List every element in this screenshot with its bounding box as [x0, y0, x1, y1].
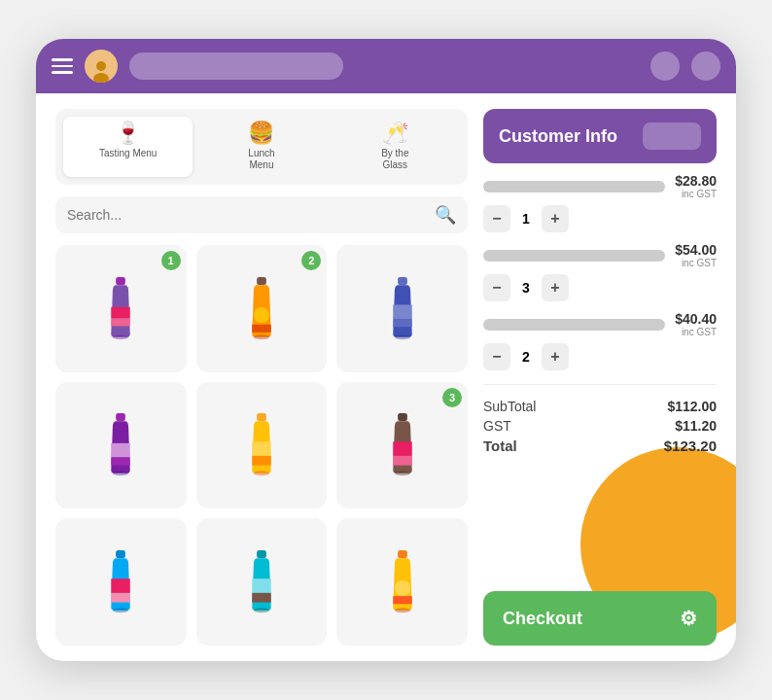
bottle-9 [383, 550, 422, 613]
svg-rect-30 [257, 550, 266, 558]
bottle-1 [101, 277, 140, 340]
product-item-1[interactable]: 1 [55, 245, 187, 372]
svg-rect-22 [398, 413, 407, 421]
item-name-bar-2 [483, 250, 665, 262]
avatar[interactable] [85, 50, 118, 83]
tab-by-the-glass[interactable]: 🥂 By theGlass [331, 117, 460, 177]
search-container: 🔍 [55, 196, 468, 233]
total-value: $123.20 [664, 438, 717, 454]
svg-rect-15 [112, 443, 131, 458]
order-item-2: $54.00 inc GST − 3 + [483, 242, 717, 301]
qty-increase-2[interactable]: + [542, 274, 569, 301]
product-badge-2: 2 [301, 251, 321, 270]
gst-label: GST [483, 418, 511, 434]
tab-lunch-menu[interactable]: 🍔 LunchMenu [196, 117, 326, 177]
svg-point-21 [254, 472, 269, 476]
totals-section: SubTotal $112.00 GST $11.20 Total $123.2… [483, 399, 717, 454]
item-name-bar-3 [483, 319, 665, 331]
order-item-3: $40.40 inc GST − 2 + [483, 311, 717, 370]
bottle-7 [101, 550, 140, 613]
product-item-7[interactable] [55, 518, 187, 646]
app-header [36, 39, 736, 93]
menu-tabs: 🍷 Tasting Menu 🍔 LunchMenu 🥂 By theGlass [55, 109, 468, 185]
qty-decrease-3[interactable]: − [483, 343, 510, 370]
subtotal-label: SubTotal [483, 399, 536, 414]
svg-rect-12 [393, 319, 412, 327]
product-item-3[interactable] [336, 245, 468, 372]
qty-value-3: 2 [518, 349, 534, 365]
svg-rect-19 [252, 442, 271, 457]
product-item-2[interactable]: 2 [196, 245, 328, 372]
item-price-sub-2: inc GST [675, 258, 717, 268]
left-panel: 🍷 Tasting Menu 🍔 LunchMenu 🥂 By theGlass… [55, 109, 468, 646]
tab-tasting-menu[interactable]: 🍷 Tasting Menu [63, 117, 193, 177]
bottle-3 [383, 277, 422, 340]
svg-rect-6 [257, 277, 266, 285]
item-price-3: $40.40 [675, 311, 717, 327]
by-the-glass-label: By theGlass [381, 148, 408, 171]
qty-increase-1[interactable]: + [542, 205, 569, 232]
item-name-bar-1 [483, 181, 665, 192]
gst-value: $11.20 [675, 418, 717, 434]
svg-rect-32 [252, 593, 271, 603]
product-item-6[interactable]: 3 [336, 382, 468, 509]
svg-point-33 [254, 608, 269, 612]
svg-point-1 [93, 73, 109, 83]
svg-rect-28 [112, 593, 131, 603]
gear-icon: ⚙ [680, 607, 697, 630]
svg-rect-26 [116, 550, 125, 558]
svg-rect-2 [116, 277, 125, 285]
product-item-9[interactable] [336, 518, 468, 646]
lunch-menu-icon: 🍔 [248, 122, 274, 144]
subtotal-row: SubTotal $112.00 [483, 399, 717, 414]
by-the-glass-icon: 🥂 [382, 122, 408, 144]
svg-rect-3 [112, 307, 131, 318]
svg-point-9 [254, 334, 269, 339]
product-item-5[interactable] [196, 382, 328, 509]
product-grid: 1 2 [55, 245, 468, 646]
search-icon: 🔍 [435, 204, 456, 226]
subtotal-value: $112.00 [667, 399, 717, 414]
svg-rect-36 [393, 596, 412, 604]
svg-rect-27 [112, 578, 131, 593]
qty-increase-3[interactable]: + [542, 343, 569, 370]
qty-decrease-2[interactable]: − [483, 274, 510, 301]
svg-rect-14 [116, 413, 125, 421]
svg-point-25 [395, 472, 410, 476]
customer-info-bar: Customer Info [483, 109, 717, 163]
checkout-button[interactable]: Checkout ⚙ [483, 591, 717, 646]
customer-info-label: Customer Info [499, 126, 617, 147]
bottle-6 [383, 413, 422, 476]
svg-point-0 [96, 61, 106, 71]
menu-icon[interactable] [52, 58, 73, 74]
svg-rect-16 [112, 458, 131, 466]
svg-rect-18 [257, 413, 266, 421]
svg-rect-11 [393, 304, 412, 319]
svg-rect-20 [252, 456, 271, 466]
product-item-8[interactable] [196, 518, 328, 646]
qty-decrease-1[interactable]: − [483, 205, 510, 232]
qty-value-1: 1 [518, 211, 534, 227]
tasting-menu-icon: 🍷 [115, 122, 141, 144]
svg-rect-8 [252, 325, 271, 332]
search-input[interactable] [67, 207, 427, 223]
divider [483, 384, 717, 385]
header-circle-btn-2[interactable] [691, 52, 720, 81]
header-circle-btn-1[interactable] [650, 52, 680, 81]
header-search-bar [129, 52, 343, 80]
bottle-2 [242, 277, 281, 340]
svg-point-13 [395, 334, 410, 339]
svg-point-5 [113, 334, 128, 339]
app-frame: 🍷 Tasting Menu 🍔 LunchMenu 🥂 By theGlass… [36, 39, 736, 661]
product-item-4[interactable] [55, 382, 187, 509]
qty-value-2: 3 [518, 280, 534, 296]
customer-info-button[interactable] [643, 122, 701, 150]
product-badge-1: 1 [161, 251, 181, 270]
svg-point-7 [254, 307, 269, 323]
item-price-sub-1: inc GST [675, 189, 717, 199]
item-price-2: $54.00 [675, 242, 717, 258]
svg-point-29 [113, 608, 128, 612]
checkout-label: Checkout [503, 609, 582, 629]
order-item-1: $28.80 inc GST − 1 + [483, 173, 717, 232]
product-badge-6: 3 [442, 388, 462, 407]
